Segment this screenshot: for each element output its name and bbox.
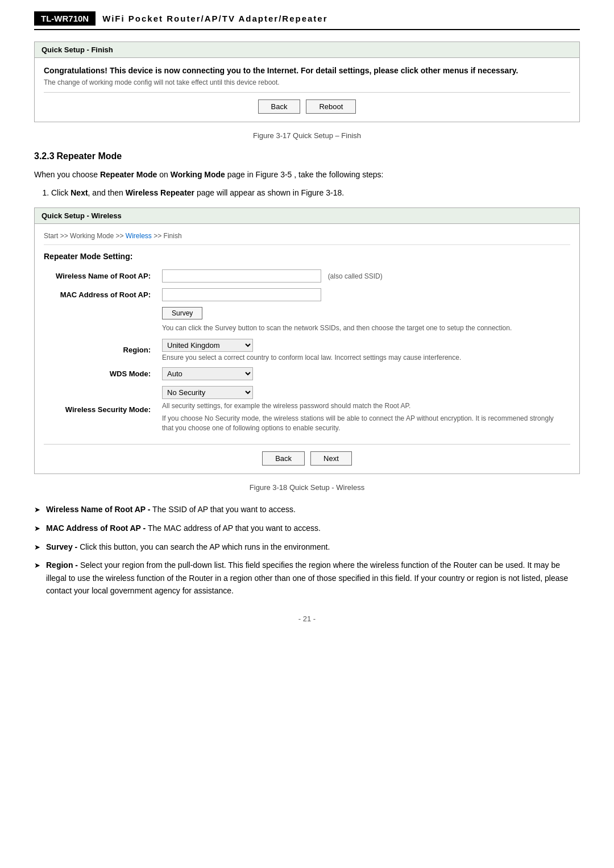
wireless-back-button[interactable]: Back: [262, 451, 305, 466]
bullet-region: ➤ Region - Select your region from the p…: [34, 559, 580, 597]
section-title: Repeater Mode: [56, 151, 122, 161]
section-heading-container: 3.2.3 Repeater Mode: [34, 151, 580, 161]
finish-buttons: Back Reboot: [44, 92, 570, 114]
step-1: Click Next, and then Wireless Repeater p…: [51, 186, 580, 199]
row-security-mode: Wireless Security Mode: No Security All …: [44, 383, 570, 436]
bullet-mac-address-text: MAC Address of Root AP - The MAC address…: [46, 522, 321, 534]
wireless-name-input[interactable]: [162, 269, 321, 283]
bullet-arrow-3: ➤: [34, 542, 40, 554]
bullet-survey: ➤ Survey - Click this button, you can se…: [34, 541, 580, 554]
bullet-arrow-2: ➤: [34, 523, 40, 535]
bullet-region-text: Region - Select your region from the pul…: [46, 559, 580, 597]
wireless-panel-header: Quick Setup - Wireless: [35, 208, 579, 224]
intro-text: When you choose Repeater Mode on Working…: [34, 168, 580, 181]
survey-value: Survey You can click the Survey button t…: [157, 304, 570, 336]
security-label: Wireless Security Mode:: [44, 383, 157, 436]
survey-hint: You can click the Survey button to scan …: [162, 323, 566, 333]
page-number: - 21 -: [34, 614, 580, 623]
mac-address-label: MAC Address of Root AP:: [44, 285, 157, 304]
bullet-arrow-4: ➤: [34, 560, 40, 572]
finish-panel-header: Quick Setup - Finish: [35, 42, 579, 58]
wireless-panel-body: Start >> Working Mode >> Wireless >> Fin…: [35, 224, 579, 474]
wireless-name-hint: (also called SSID): [328, 272, 383, 280]
wireless-name-value: (also called SSID): [157, 267, 570, 285]
row-wireless-name: Wireless Name of Root AP: (also called S…: [44, 267, 570, 285]
wds-value-cell: Auto: [157, 364, 570, 383]
mac-address-input[interactable]: [162, 288, 321, 301]
survey-button[interactable]: Survey: [162, 307, 202, 319]
region-select[interactable]: United Kingdom: [162, 339, 253, 352]
wds-label: WDS Mode:: [44, 364, 157, 383]
wireless-name-label: Wireless Name of Root AP:: [44, 267, 157, 285]
bullet-list: ➤ Wireless Name of Root AP - The SSID of…: [34, 503, 580, 597]
region-label: Region:: [44, 336, 157, 364]
breadcrumb: Start >> Working Mode >> Wireless >> Fin…: [44, 232, 570, 245]
wds-select[interactable]: Auto: [162, 367, 253, 380]
wireless-panel: Quick Setup - Wireless Start >> Working …: [34, 207, 580, 474]
row-mac-address: MAC Address of Root AP:: [44, 285, 570, 304]
bullet-survey-text: Survey - Click this button, you can sear…: [46, 541, 330, 553]
steps-list: Click Next, and then Wireless Repeater p…: [51, 186, 580, 199]
section-number: 3.2.3: [34, 151, 55, 161]
figure317-caption: Figure 3-17 Quick Setup – Finish: [34, 131, 580, 140]
back-button[interactable]: Back: [258, 99, 301, 114]
bullet-wireless-name-text: Wireless Name of Root AP - The SSID of A…: [46, 503, 296, 516]
figure318-caption: Figure 3-18 Quick Setup - Wireless: [34, 483, 580, 492]
security-value-cell: No Security All security settings, for e…: [157, 383, 570, 436]
wireless-buttons: Back Next: [44, 444, 570, 466]
form-table: Wireless Name of Root AP: (also called S…: [44, 267, 570, 436]
finish-panel-body: Congratulations! This device is now conn…: [35, 58, 579, 122]
wireless-next-button[interactable]: Next: [310, 451, 352, 466]
reboot-button[interactable]: Reboot: [306, 99, 356, 114]
congrats-text: Congratulations! This device is now conn…: [44, 66, 570, 75]
bullet-wireless-name: ➤ Wireless Name of Root AP - The SSID of…: [34, 503, 580, 516]
security-note1: All security settings, for example the w…: [162, 401, 566, 411]
model-label: TL-WR710N: [34, 11, 96, 26]
row-survey: Survey You can click the Survey button t…: [44, 304, 570, 336]
finish-panel: Quick Setup - Finish Congratulations! Th…: [34, 41, 580, 122]
region-value-cell: United Kingdom Ensure you select a corre…: [157, 336, 570, 364]
mac-address-value: [157, 285, 570, 304]
security-select[interactable]: No Security: [162, 386, 253, 399]
header-title: WiFi Pocket Router/AP/TV Adapter/Repeate…: [102, 14, 327, 23]
region-warning: Ensure you select a correct country to c…: [162, 354, 566, 362]
bullet-mac-address: ➤ MAC Address of Root AP - The MAC addre…: [34, 522, 580, 535]
page-header: TL-WR710N WiFi Pocket Router/AP/TV Adapt…: [34, 11, 580, 30]
breadcrumb-active: Wireless: [126, 232, 152, 240]
repeater-setting-title: Repeater Mode Setting:: [44, 252, 570, 261]
survey-label-cell: [44, 304, 157, 336]
finish-note: The change of working mode config will n…: [44, 78, 570, 86]
bullet-arrow-1: ➤: [34, 504, 40, 516]
security-note2: If you choose No Security mode, the wire…: [162, 414, 566, 433]
row-region: Region: United Kingdom Ensure you select…: [44, 336, 570, 364]
row-wds-mode: WDS Mode: Auto: [44, 364, 570, 383]
